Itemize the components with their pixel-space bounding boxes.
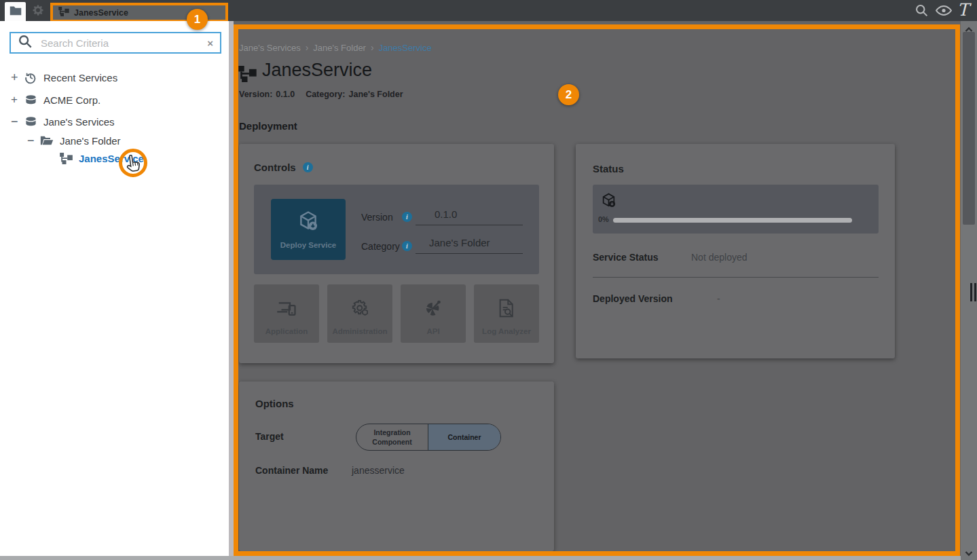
- deployed-version-value: -: [717, 293, 720, 304]
- service-status-value: Not deployed: [691, 252, 748, 263]
- container-name-label: Container Name: [255, 465, 328, 476]
- status-card: Status 0% Service Status Not deployed De…: [576, 144, 895, 358]
- service-icon: [238, 66, 257, 85]
- target-segment-integration-component[interactable]: Integration Component: [356, 424, 428, 450]
- version-label: Version:: [239, 90, 272, 99]
- controls-heading: Controls: [254, 162, 296, 173]
- panel-resize-handle[interactable]: [970, 283, 976, 301]
- application-button-label: Application: [265, 327, 308, 335]
- deploy-button-label: Deploy Service: [280, 241, 336, 249]
- global-search-icon[interactable]: [915, 3, 929, 20]
- breadcrumb-current: JanesService: [379, 43, 432, 53]
- deployed-version-label: Deployed Version: [593, 293, 672, 304]
- search-icon: [18, 34, 33, 52]
- version-value: 0.1.0: [276, 90, 295, 99]
- folder-icon: [10, 5, 22, 18]
- version-input[interactable]: 0.1.0: [435, 208, 457, 220]
- deploy-panel: Deploy Service Version i 0.1.0 Category …: [254, 185, 539, 274]
- options-card: Options Target Integration Component Con…: [239, 381, 554, 551]
- recent-icon: [23, 71, 38, 84]
- category-value: Jane's Folder: [348, 90, 403, 99]
- category-input[interactable]: Jane's Folder: [429, 237, 490, 248]
- chevron-right-icon: ›: [371, 42, 374, 53]
- breadcrumb: Jane's Services › Jane's Folder › JanesS…: [239, 42, 432, 53]
- search-box: ×: [10, 32, 221, 54]
- version-input-underline: [416, 225, 523, 225]
- api-button[interactable]: API: [401, 284, 466, 343]
- api-gauge-icon: [424, 299, 443, 320]
- target-segment-container[interactable]: Container: [428, 424, 500, 450]
- options-heading: Options: [255, 398, 294, 409]
- log-analyzer-button-label: Log Analyzer: [482, 327, 531, 335]
- log-analyzer-button[interactable]: Log Analyzer: [474, 284, 539, 343]
- divider: [593, 277, 879, 278]
- expand-plus-icon[interactable]: +: [11, 71, 23, 85]
- tree-item-label: Jane's Services: [43, 116, 115, 128]
- scroll-down-icon[interactable]: [965, 547, 973, 559]
- folder-open-icon: [39, 134, 54, 147]
- tree-item-label: Jane's Folder: [60, 135, 121, 147]
- category-field-label: Category: [361, 241, 400, 252]
- breadcrumb-item[interactable]: Jane's Services: [239, 43, 301, 53]
- service-icon: [58, 7, 69, 19]
- administration-icon: [350, 299, 369, 320]
- tree-item-janes-services[interactable]: − Jane's Services: [11, 113, 115, 130]
- log-analyzer-icon: [498, 299, 515, 320]
- target-toggle: Integration Component Container: [356, 424, 501, 451]
- application-button[interactable]: Application: [254, 284, 319, 343]
- info-icon[interactable]: i: [402, 241, 412, 251]
- chevron-right-icon: ›: [306, 42, 309, 53]
- breadcrumb-item[interactable]: Jane's Folder: [313, 43, 366, 53]
- service-meta: Version:0.1.0 Category:Jane's Folder: [239, 90, 403, 99]
- brand-logo[interactable]: T: [957, 1, 969, 18]
- tree-item-acme-corp[interactable]: + ACME Corp.: [11, 91, 100, 109]
- deploy-cube-icon: [297, 210, 320, 236]
- administration-button-label: Administration: [332, 327, 387, 335]
- deploy-cube-icon: [600, 192, 617, 212]
- api-button-label: API: [426, 327, 439, 335]
- panel-divider[interactable]: [229, 21, 234, 556]
- collapse-minus-icon[interactable]: −: [11, 115, 23, 129]
- category-label: Category:: [306, 90, 345, 99]
- tab-explorer[interactable]: [5, 2, 26, 21]
- application-icon: [276, 300, 297, 320]
- section-heading: Deployment: [239, 120, 297, 132]
- service-icon: [58, 151, 73, 165]
- expand-plus-icon[interactable]: +: [11, 93, 23, 107]
- progress-bar: [613, 218, 852, 223]
- hand-cursor-icon: [124, 151, 145, 177]
- search-input[interactable]: [39, 37, 207, 50]
- target-label: Target: [255, 431, 284, 442]
- document-tab-label[interactable]: JanesService: [74, 8, 128, 18]
- deploy-service-button[interactable]: Deploy Service: [271, 199, 346, 260]
- database-icon: [23, 93, 38, 107]
- topbar: JanesService T: [0, 0, 977, 21]
- sidebar: × + Recent Services + ACME Corp. − Jane'…: [0, 21, 229, 556]
- horizontal-scrollbar-track[interactable]: [0, 556, 961, 560]
- eye-icon[interactable]: [936, 5, 952, 19]
- page-title: JanesService: [262, 60, 372, 81]
- annotation-badge-1: 1: [187, 9, 208, 30]
- tree-item-label: Recent Services: [43, 72, 117, 83]
- collapse-minus-icon[interactable]: −: [27, 134, 39, 148]
- tree-item-label: ACME Corp.: [43, 94, 100, 106]
- clear-search-icon[interactable]: ×: [207, 37, 213, 49]
- status-progress-panel: 0%: [593, 185, 879, 234]
- version-field-label: Version: [361, 212, 393, 223]
- annotation-badge-2: 2: [558, 84, 579, 105]
- tree-item-recent-services[interactable]: + Recent Services: [11, 69, 117, 86]
- progress-percent: 0%: [598, 215, 609, 223]
- tree-item-janes-folder[interactable]: − Jane's Folder: [27, 132, 121, 149]
- app-screen: JanesService T × + Recent Services +: [0, 0, 977, 560]
- database-icon: [23, 115, 38, 128]
- scrollbar-thumb[interactable]: [963, 32, 975, 225]
- info-icon[interactable]: i: [402, 212, 412, 222]
- status-heading: Status: [593, 163, 624, 174]
- category-input-underline: [416, 253, 523, 254]
- container-name-value: janesservice: [352, 465, 405, 476]
- administration-button[interactable]: Administration: [327, 284, 392, 343]
- controls-card: Controls i Deploy Service Version i 0.1.…: [239, 144, 554, 363]
- tab-settings[interactable]: [27, 2, 48, 21]
- info-icon[interactable]: i: [303, 162, 313, 172]
- gear-icon: [32, 4, 44, 19]
